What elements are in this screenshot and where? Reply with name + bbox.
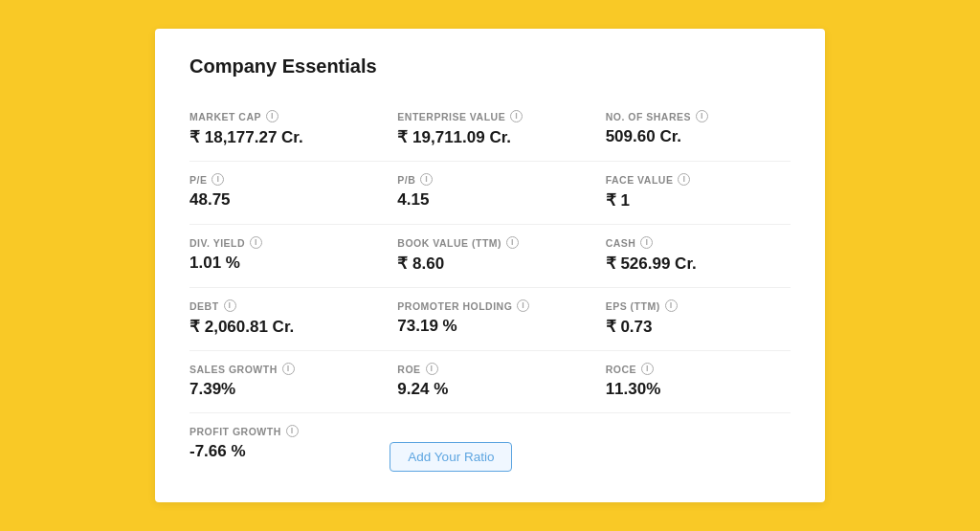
metric-value: ₹ 8.60 [397, 254, 582, 274]
info-icon[interactable]: i [250, 236, 262, 249]
info-icon[interactable]: i [678, 173, 690, 186]
metric-cell: DIV. YIELDi1.01 % [189, 225, 390, 288]
add-ratio-cell: Add Your Ratio [390, 413, 590, 472]
metric-label: ROCEi [606, 363, 791, 375]
info-icon[interactable]: i [696, 110, 708, 122]
metric-label: PROMOTER HOLDINGi [397, 299, 582, 312]
metric-label: DIV. YIELDi [189, 236, 374, 249]
metric-value: 73.19 % [397, 317, 582, 336]
metric-cell: P/Ei48.75 [189, 162, 390, 225]
metric-label: SALES GROWTHi [189, 363, 374, 375]
info-icon[interactable]: i [510, 110, 523, 122]
metric-label: DEBTi [189, 299, 374, 312]
metric-cell: SALES GROWTHi7.39% [189, 351, 390, 413]
metric-cell: P/Bi4.15 [390, 162, 590, 225]
metric-cell: PROMOTER HOLDINGi73.19 % [390, 288, 590, 351]
metric-label: NO. OF SHARESi [606, 110, 791, 122]
metric-value: 9.24 % [397, 380, 582, 399]
metric-value: ₹ 526.99 Cr. [606, 254, 791, 274]
metric-value: 11.30% [606, 380, 791, 399]
info-icon[interactable]: i [517, 299, 529, 312]
profit-growth-cell: PROFIT GROWTH i -7.66 % [189, 413, 390, 461]
metric-cell: FACE VALUEi₹ 1 [590, 162, 791, 225]
info-icon[interactable]: i [641, 363, 654, 375]
metric-label: EPS (TTM)i [606, 299, 791, 312]
metric-cell: CASHi₹ 526.99 Cr. [590, 225, 791, 288]
info-icon[interactable]: i [426, 363, 438, 375]
metric-label: ROEi [397, 363, 582, 375]
add-ratio-button[interactable]: Add Your Ratio [390, 442, 512, 472]
metric-label: FACE VALUEi [606, 173, 791, 186]
metric-label: P/Bi [397, 173, 582, 186]
metric-value: ₹ 1 [606, 190, 791, 210]
card-title: Company Essentials [189, 55, 791, 77]
info-icon[interactable]: i [212, 173, 224, 186]
metric-cell: MARKET CAPi₹ 18,177.27 Cr. [189, 99, 390, 162]
metric-value: 48.75 [189, 190, 374, 210]
company-essentials-card: Company Essentials MARKET CAPi₹ 18,177.2… [155, 29, 825, 502]
metric-value: 4.15 [397, 190, 582, 210]
info-icon[interactable]: i [640, 236, 653, 249]
info-icon[interactable]: i [282, 363, 295, 375]
metric-value: ₹ 19,711.09 Cr. [397, 127, 582, 147]
metric-value: 1.01 % [189, 254, 374, 273]
metric-cell: DEBTi₹ 2,060.81 Cr. [189, 288, 390, 351]
bottom-row: PROFIT GROWTH i -7.66 % Add Your Ratio [189, 413, 791, 472]
metric-cell: NO. OF SHARESi509.60 Cr. [590, 99, 791, 162]
metric-value: ₹ 0.73 [606, 317, 791, 337]
info-icon[interactable]: i [665, 299, 678, 312]
metric-value: 509.60 Cr. [606, 127, 791, 146]
metric-label: BOOK VALUE (TTM)i [397, 236, 582, 249]
metric-label: P/Ei [189, 173, 374, 186]
metric-cell: BOOK VALUE (TTM)i₹ 8.60 [390, 225, 590, 288]
metrics-grid: MARKET CAPi₹ 18,177.27 Cr.ENTERPRISE VAL… [189, 99, 791, 413]
info-icon[interactable]: i [224, 299, 236, 312]
info-icon[interactable]: i [506, 236, 519, 249]
profit-growth-label: PROFIT GROWTH i [189, 425, 390, 437]
metric-cell: ROEi9.24 % [390, 351, 590, 413]
info-icon[interactable]: i [420, 173, 433, 186]
profit-growth-value: -7.66 % [189, 442, 390, 461]
metric-value: ₹ 18,177.27 Cr. [189, 127, 374, 147]
metric-cell: ROCEi11.30% [590, 351, 791, 413]
profit-growth-info-icon[interactable]: i [286, 425, 299, 437]
metric-value: 7.39% [189, 380, 374, 399]
metric-label: CASHi [606, 236, 791, 249]
info-icon[interactable]: i [266, 110, 278, 122]
metric-label: MARKET CAPi [189, 110, 374, 122]
metric-cell: ENTERPRISE VALUEi₹ 19,711.09 Cr. [390, 99, 590, 162]
metric-value: ₹ 2,060.81 Cr. [189, 317, 374, 337]
metric-label: ENTERPRISE VALUEi [397, 110, 582, 122]
metric-cell: EPS (TTM)i₹ 0.73 [590, 288, 791, 351]
